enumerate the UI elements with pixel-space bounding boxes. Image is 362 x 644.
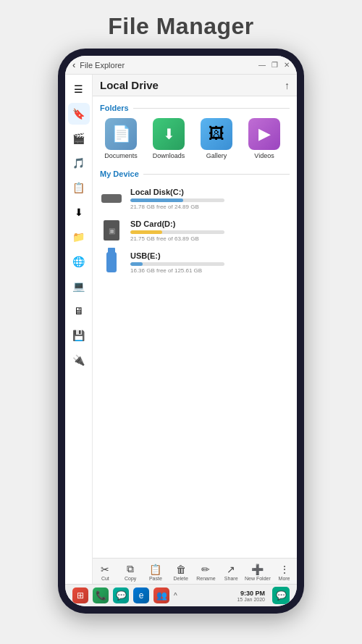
storage-bar-bg (130, 262, 224, 266)
folder-item-videos[interactable]: Videos (242, 118, 287, 159)
file-panel: Local Drive ↑ Folders DocumentsDownloads… (93, 75, 297, 584)
paste-button-label: Paste (149, 576, 162, 581)
world-icon[interactable]: 🌐 (68, 251, 90, 272)
explorer-content[interactable]: Folders DocumentsDownloadsGalleryVideos … (93, 96, 297, 558)
copy-button-label: Copy (125, 576, 136, 581)
navigate-up-button[interactable]: ↑ (285, 80, 290, 91)
bookmark-icon[interactable]: 🔖 (68, 103, 90, 125)
delete-button[interactable]: 🗑Delete (169, 564, 193, 581)
folder-item-documents[interactable]: Documents (98, 118, 143, 159)
taskbar-time: 9:30 PM15 Jan 2020 (237, 590, 265, 602)
main-content-area: ☰🔖🎬🎵📋⬇📁🌐💻🖥💾🔌 Local Drive ↑ Folders (65, 75, 297, 584)
bottom-toolbar: ✂Cut⧉Copy📋Paste🗑Delete✏Rename↗Share➕New … (93, 558, 297, 584)
taskbar-notification-icon[interactable]: 💬 (272, 587, 290, 604)
device-info: SD Card(D:)21.75 GB free of 63.89 GB (130, 219, 290, 242)
music-icon[interactable]: 🎵 (68, 152, 90, 174)
phone-app[interactable]: 📞 (93, 587, 109, 603)
chat-app[interactable]: 💬 (113, 587, 129, 603)
cut-button[interactable]: ✂Cut (93, 564, 117, 581)
folders-section-label: Folders (93, 99, 297, 115)
folder-label: Downloads (153, 152, 185, 159)
taskbar-time-main: 9:30 PM (237, 590, 265, 597)
folder-blue-icon[interactable]: 📁 (68, 226, 90, 248)
page-title: File Manager (108, 13, 254, 40)
taskbar-date: 15 Jan 2020 (237, 597, 265, 602)
new-folder-button-icon: ➕ (251, 564, 264, 575)
device-icon (100, 251, 123, 274)
people-app[interactable]: 👥 (153, 587, 169, 603)
videos-folder-icon (248, 118, 280, 150)
device-storage: 21.78 GB free of 24.89 GB (130, 198, 290, 210)
device-storage: 21.75 GB free of 63.89 GB (130, 230, 290, 242)
menu-icon[interactable]: ☰ (68, 78, 90, 100)
explorer-header: Local Drive ↑ (93, 75, 297, 96)
windows-app[interactable]: ⊞ (72, 587, 88, 603)
folder-label: Documents (104, 152, 138, 159)
document-icon[interactable]: 📋 (68, 177, 90, 198)
usb-sidebar-icon[interactable]: 🔌 (68, 349, 90, 371)
paste-button-icon: 📋 (149, 564, 161, 575)
device-item[interactable]: Local Disk(C:)21.78 GB free of 24.89 GB (93, 183, 297, 214)
phone-shell: ‹ File Explorer — ❐ ✕ ☰🔖🎬🎵📋⬇📁🌐💻🖥💾🔌 Local… (58, 49, 304, 614)
copy-button[interactable]: ⧉Copy (119, 563, 142, 581)
phone-screen: ‹ File Explorer — ❐ ✕ ☰🔖🎬🎵📋⬇📁🌐💻🖥💾🔌 Local… (65, 56, 297, 606)
close-button[interactable]: ✕ (284, 61, 290, 69)
download-sidebar-icon[interactable]: ⬇ (68, 201, 90, 223)
device-name: SD Card(D:) (130, 219, 290, 228)
edge-app[interactable]: e (133, 587, 149, 603)
sd-sidebar-icon[interactable]: 💾 (68, 325, 90, 346)
storage-text: 21.75 GB free of 63.89 GB (130, 235, 290, 242)
system-taskbar: ⊞📞💬e👥^9:30 PM15 Jan 2020💬 (65, 584, 297, 606)
storage-bar-fill (130, 230, 162, 234)
delete-button-icon: 🗑 (176, 564, 186, 575)
video-icon[interactable]: 🎬 (68, 127, 90, 149)
device-name: Local Disk(C:) (130, 188, 290, 196)
taskbar-chevron[interactable]: ^ (174, 592, 177, 600)
sidebar: ☰🔖🎬🎵📋⬇📁🌐💻🖥💾🔌 (65, 75, 93, 584)
downloads-folder-icon (153, 118, 185, 150)
section-divider (133, 108, 290, 109)
device-info: Local Disk(C:)21.78 GB free of 24.89 GB (130, 188, 290, 210)
minimize-button[interactable]: — (258, 61, 266, 69)
title-bar-controls: — ❐ ✕ (258, 61, 290, 69)
explorer-header-title: Local Drive (100, 79, 159, 91)
new-folder-button-label: New Folder (245, 576, 271, 581)
storage-text: 16.36 GB free of 125.61 GB (130, 267, 290, 274)
device-storage: 16.36 GB free of 125.61 GB (130, 262, 290, 274)
folder-item-gallery[interactable]: Gallery (194, 118, 239, 159)
device-item[interactable]: USB(E:)16.36 GB free of 125.61 GB (93, 246, 297, 278)
computer-icon[interactable]: 💻 (68, 275, 90, 297)
copy-button-icon: ⧉ (127, 563, 134, 575)
device-item[interactable]: ▣SD Card(D:)21.75 GB free of 63.89 GB (93, 214, 297, 246)
section-divider-2 (143, 174, 290, 175)
device-icon: ▣ (100, 219, 123, 242)
more-button-label: More (279, 576, 290, 581)
share-button-label: Share (224, 576, 238, 581)
storage-bar-fill (130, 198, 183, 202)
device-info: USB(E:)16.36 GB free of 125.61 GB (130, 251, 290, 274)
title-bar: ‹ File Explorer — ❐ ✕ (65, 56, 297, 75)
documents-folder-icon (105, 118, 137, 150)
maximize-button[interactable]: ❐ (272, 61, 278, 69)
storage-text: 21.78 GB free of 24.89 GB (130, 204, 290, 210)
my-device-section-label: My Device (93, 165, 297, 181)
device-list: Local Disk(C:)21.78 GB free of 24.89 GB▣… (93, 181, 297, 280)
folder-item-downloads[interactable]: Downloads (146, 118, 191, 159)
more-button-icon: ⋮ (279, 564, 290, 575)
more-button[interactable]: ⋮More (273, 564, 296, 581)
share-button[interactable]: ↗Share (219, 564, 243, 581)
device-icon (100, 187, 123, 210)
title-bar-back-button[interactable]: ‹ (72, 59, 75, 70)
paste-button[interactable]: 📋Paste (144, 564, 167, 581)
gallery-folder-icon (201, 118, 232, 150)
title-bar-app-name: File Explorer (80, 61, 258, 70)
storage-bar-bg (130, 198, 224, 202)
device-name: USB(E:) (130, 251, 290, 260)
rename-button[interactable]: ✏Rename (194, 564, 217, 581)
folders-grid: DocumentsDownloadsGalleryVideos (93, 115, 297, 165)
new-folder-button[interactable]: ➕New Folder (245, 564, 271, 581)
drive-icon[interactable]: 🖥 (68, 300, 90, 322)
storage-bar-bg (130, 230, 224, 234)
folder-label: Gallery (206, 152, 227, 159)
folder-label: Videos (254, 152, 274, 159)
